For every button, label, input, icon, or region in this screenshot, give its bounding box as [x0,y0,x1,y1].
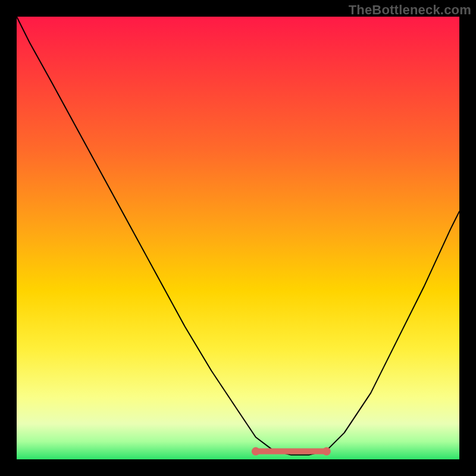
curve-layer [17,17,459,459]
plot-area [17,17,459,459]
balanced-highlight-end-dot [322,447,331,456]
watermark-text: TheBottleneck.com [349,2,471,18]
chart-stage: TheBottleneck.com [0,0,476,476]
balanced-highlight-start-dot [252,447,260,456]
bottleneck-curve [17,17,459,455]
